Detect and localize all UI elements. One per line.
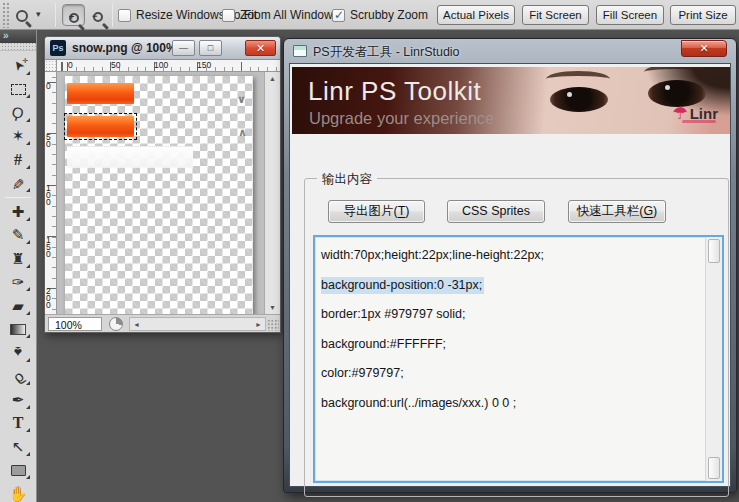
checkbox-box-checked[interactable]	[332, 9, 345, 22]
resize-grip[interactable]	[267, 319, 279, 331]
gradient-tool-icon[interactable]	[4, 318, 32, 342]
document-status-bar: 100% ◄ ►	[45, 314, 280, 332]
logo-tagline	[682, 120, 716, 123]
dialog-close-button[interactable]: ✕	[681, 40, 727, 57]
zoom-in-button[interactable]: +	[62, 4, 85, 26]
dialog-title: PS开发者工具 - LinrStudio	[313, 44, 460, 61]
separator	[55, 3, 56, 27]
dodge-tool-icon[interactable]: ϱ	[4, 365, 32, 389]
banner-title: Linr PS Toolkit	[308, 76, 481, 107]
palette-grip[interactable]	[0, 43, 36, 51]
rectangular-marquee-tool-icon[interactable]	[4, 78, 32, 102]
palette-divider	[5, 197, 31, 198]
fill-screen-button[interactable]: Fill Screen	[596, 5, 664, 25]
close-button[interactable]: ✕	[245, 40, 276, 56]
zoom-tool-icon[interactable]	[16, 8, 28, 26]
options-bar-grip[interactable]	[2, 2, 10, 28]
dialog-titlebar[interactable]: PS开发者工具 - LinrStudio ✕	[284, 39, 736, 63]
css-code-lines: width:70px;height:22px;line-height:22px;…	[321, 241, 700, 418]
checkbox-zoom-all-windows[interactable]: Zoom All Windows	[222, 8, 339, 22]
css-output-textarea[interactable]: width:70px;height:22px;line-height:22px;…	[313, 235, 724, 483]
dialog-client-area: Linr PS Toolkit Upgrade your experience …	[289, 63, 731, 487]
print-size-button[interactable]: Print Size	[670, 5, 736, 25]
fit-screen-button[interactable]: Fit Screen	[522, 5, 589, 25]
code-line: border:1px #979797 solid;	[321, 300, 700, 330]
vertical-scrollbar[interactable]: ▲ ▼	[264, 72, 280, 314]
history-brush-tool-icon[interactable]: ✑	[4, 271, 32, 295]
horizontal-scrollbar[interactable]: ◄ ►	[129, 317, 266, 331]
code-line-selected: background-position:0 -31px;	[321, 271, 700, 301]
sprite-chevron-down: ∨	[237, 93, 246, 106]
sprite-artboard[interactable]: ∨ ∧	[65, 76, 253, 314]
code-line: color:#979797;	[321, 359, 700, 389]
scroll-right-icon[interactable]: ►	[255, 321, 262, 328]
minimize-button[interactable]: —	[172, 40, 195, 56]
scrollbar-button[interactable]	[708, 457, 720, 479]
banner: Linr PS Toolkit Upgrade your experience …	[292, 67, 730, 134]
output-group-box: 输出内容 导出图片(T) CSS Sprites 快速工具栏(G) width:…	[304, 178, 729, 497]
css-sprites-button[interactable]: CSS Sprites	[447, 200, 545, 223]
document-title: snow.png @ 100%...	[72, 41, 187, 55]
blur-tool-icon[interactable]: ♠	[4, 341, 32, 365]
path-selection-tool-icon[interactable]: ↖	[4, 435, 32, 459]
code-line: background:#FFFFFF;	[321, 330, 700, 360]
maximize-button[interactable]: □	[199, 40, 222, 56]
sprite-white-button	[67, 146, 193, 168]
horizontal-ruler: 0 50 100 150	[57, 60, 280, 72]
lasso-tool-icon[interactable]: Ϙ	[4, 101, 32, 125]
linrstudio-dialog: PS开发者工具 - LinrStudio ✕ Linr PS Toolkit U…	[283, 38, 737, 493]
zoom-level-field[interactable]: 100%	[48, 317, 102, 331]
palette-collapse-button[interactable]: »	[0, 30, 36, 43]
code-line: background:url(../images/xxx.) 0 0 ;	[321, 389, 700, 419]
vertical-ruler: 0 50 100 150 200	[45, 72, 57, 314]
tool-preset-dropdown-icon[interactable]: ▾	[36, 9, 41, 19]
checkbox-label: Zoom All Windows	[240, 8, 339, 22]
type-tool-icon[interactable]: T	[4, 412, 32, 436]
eraser-tool-icon[interactable]: ▰	[4, 294, 32, 318]
magic-wand-tool-icon[interactable]: ✶	[4, 125, 32, 149]
checkbox-box[interactable]	[222, 9, 235, 22]
scroll-up-icon[interactable]: ▲	[265, 72, 280, 85]
textarea-scrollbar[interactable]	[705, 237, 722, 481]
pen-tool-icon[interactable]: ✒	[4, 388, 32, 412]
zoom-out-button[interactable]: −	[86, 4, 109, 26]
tool-palette: » ➤✛ Ϙ ✶ # ✐ ✚ ✎ ♜ ✑ ▰ ♠ ϱ ✒ T ↖ ✋	[0, 30, 37, 502]
actual-pixels-button[interactable]: Actual Pixels	[437, 5, 515, 25]
scrollbar-thumb[interactable]	[708, 239, 720, 263]
ruler-corner	[45, 60, 57, 72]
document-titlebar[interactable]: Ps snow.png @ 100%... — □ ✕	[45, 37, 280, 60]
canvas-area[interactable]: ∨ ∧	[57, 72, 264, 314]
banner-subtitle: Upgrade your experience	[309, 109, 494, 128]
scroll-down-icon[interactable]: ▼	[265, 301, 280, 314]
photoshop-file-icon: Ps	[50, 40, 66, 56]
checkbox-scrubby-zoom[interactable]: Scrubby Zoom	[332, 8, 428, 22]
checkbox-label: Scrubby Zoom	[350, 8, 428, 22]
move-tool-icon[interactable]: ➤✛	[4, 54, 32, 78]
crop-tool-icon[interactable]: #	[4, 148, 32, 172]
output-group-label: 输出内容	[317, 171, 377, 188]
clone-stamp-tool-icon[interactable]: ♜	[4, 247, 32, 271]
status-info-icon[interactable]	[109, 317, 123, 331]
eyedropper-tool-icon[interactable]: ✐	[4, 172, 32, 196]
linr-logo: ☂ Linr	[672, 103, 718, 124]
quick-toolbar-button[interactable]: 快速工具栏(G)	[568, 200, 666, 223]
options-bar: ▾ + − Resize Windows To Fit Zoom All Win…	[0, 0, 739, 30]
hand-tool-icon[interactable]: ✋	[4, 482, 32, 502]
healing-brush-tool-icon[interactable]: ✚	[4, 200, 32, 224]
document-window: Ps snow.png @ 100%... — □ ✕ 0 50 100 150…	[44, 36, 281, 333]
selection-marching-ants	[64, 113, 137, 140]
rectangle-tool-icon[interactable]	[4, 459, 32, 483]
brush-tool-icon[interactable]: ✎	[4, 224, 32, 248]
dialog-window-icon	[293, 45, 307, 57]
separator	[112, 3, 113, 27]
sprite-chevron-up: ∧	[238, 126, 247, 139]
code-line: width:70px;height:22px;line-height:22px;	[321, 241, 700, 271]
export-image-button[interactable]: 导出图片(T)	[328, 200, 425, 223]
scroll-left-icon[interactable]: ◄	[133, 321, 140, 328]
sprite-orange-button-1	[67, 83, 134, 104]
checkbox-box[interactable]	[118, 9, 131, 22]
